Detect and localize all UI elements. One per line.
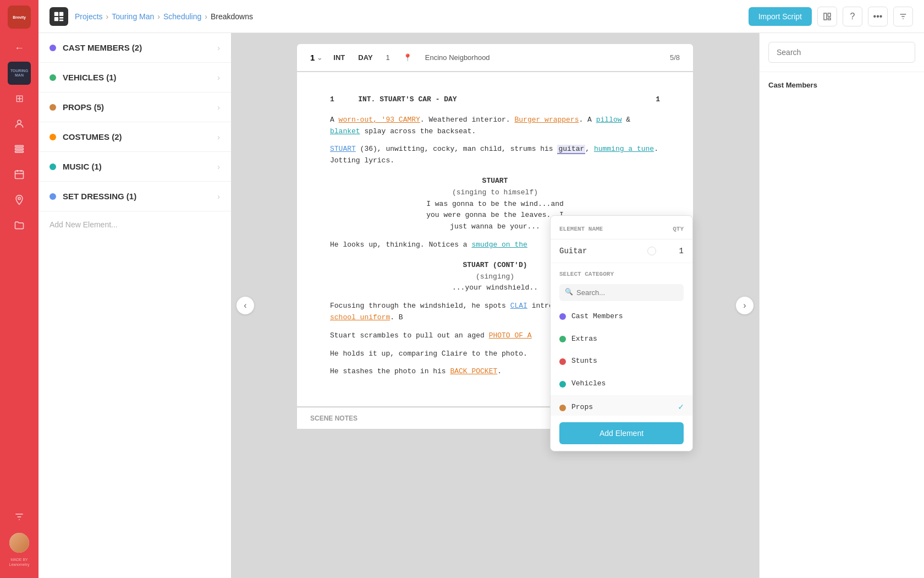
costumes-category[interactable]: COSTUMES (2) ›: [38, 122, 231, 152]
school-uniform-highlight[interactable]: school uniform: [330, 313, 390, 321]
breadcrumb-scheduling[interactable]: Scheduling: [163, 12, 201, 21]
app-logo-button[interactable]: Brevity: [8, 6, 31, 29]
settings-filter-icon[interactable]: [8, 505, 31, 528]
set-dressing-category[interactable]: SET DRESSING (1) ›: [38, 182, 231, 211]
character-name-1: STUART: [330, 176, 660, 187]
popup-list-item-props[interactable]: Props ✓: [551, 395, 692, 416]
scene-location: Encino Neigborhood: [425, 53, 490, 62]
popup-element-row: Guitar 1: [551, 239, 692, 263]
popup-element-name[interactable]: Guitar: [559, 245, 642, 257]
popup-list-item-extras[interactable]: Extras: [551, 328, 692, 351]
scene-number: 1: [310, 53, 315, 62]
more-options-button[interactable]: •••: [868, 7, 888, 26]
stunts-item-dot: [559, 358, 566, 365]
users-icon[interactable]: [8, 112, 31, 135]
svg-rect-13: [59, 19, 63, 21]
project-thumbnail[interactable]: TOURING MAN: [8, 62, 31, 85]
back-nav-icon[interactable]: ←: [8, 36, 31, 59]
import-script-button[interactable]: Import Script: [749, 7, 812, 26]
music-category[interactable]: MUSIC (1) ›: [38, 152, 231, 182]
scene-header: 1 ⌄ INT DAY 1 📍 Encino Neigborhood 5/8: [297, 44, 693, 71]
popup-search-box[interactable]: 🔍: [559, 284, 684, 301]
action-text-1: A worn-out, '93 CAMRY. Weathered interio…: [330, 114, 660, 138]
parenthetical-1: (singing to himself): [330, 187, 660, 199]
svg-rect-12: [59, 17, 63, 18]
vehicles-category[interactable]: VEHICLES (1) ›: [38, 63, 231, 92]
props-category[interactable]: PROPS (5) ›: [38, 92, 231, 122]
app-logo-text: Brevity: [13, 15, 26, 19]
humming-highlight[interactable]: humming a tune: [594, 145, 654, 153]
location-icon[interactable]: [8, 188, 31, 211]
scene-heading-text: INT. STUART'S CAR - DAY: [358, 95, 457, 103]
scene-page-num: 1: [386, 53, 390, 62]
costumes-chevron: ›: [217, 133, 220, 141]
schedule-icon[interactable]: [8, 163, 31, 186]
vehicles-chevron: ›: [217, 73, 220, 82]
back-pocket-highlight[interactable]: BACK POCKET: [450, 367, 497, 375]
props-item-label: Props: [571, 402, 673, 413]
stuart-character-highlight[interactable]: STUART: [330, 145, 356, 153]
props-dot: [50, 104, 56, 111]
popup-element-circle: [647, 247, 656, 255]
music-chevron: ›: [217, 162, 220, 171]
scene-number-badge: 1 ⌄: [310, 53, 322, 62]
next-scene-button[interactable]: ›: [736, 297, 754, 314]
cast-members-category[interactable]: CAST MEMBERS (2) ›: [38, 33, 231, 63]
breadcrumb-touring-man[interactable]: Touring Man: [112, 12, 154, 21]
worn-out-camry-highlight[interactable]: worn-out, '93 CAMRY: [339, 116, 420, 124]
made-by-label: MADE BY Leanometry: [0, 557, 38, 567]
svg-rect-1: [15, 145, 24, 147]
scene-heading: 1 INT. STUART'S CAR - DAY 1: [330, 94, 660, 106]
layout-toggle-button[interactable]: [817, 7, 837, 26]
right-panel-search-input[interactable]: [768, 42, 915, 63]
popup-list-item-stunts[interactable]: Stunts: [551, 350, 692, 373]
add-element-placeholder: Add New Element...: [50, 220, 118, 229]
pillow-highlight[interactable]: pillow: [596, 116, 622, 124]
prev-scene-button[interactable]: ‹: [237, 297, 254, 314]
popup-category-list: Cast Members Extras Stunts: [551, 306, 692, 416]
costumes-dot: [50, 134, 56, 140]
popup-list-item-cast[interactable]: Cast Members: [551, 306, 692, 328]
breadcrumb: Projects › Touring Man › Scheduling › Br…: [75, 12, 253, 21]
props-chevron: ›: [217, 103, 220, 112]
breadcrumb-projects[interactable]: Projects: [75, 12, 103, 21]
project-thumb-text2: MAN: [15, 73, 24, 78]
svg-rect-9: [54, 12, 58, 15]
music-dot: [50, 163, 56, 170]
popup-element-qty: 1: [662, 245, 684, 257]
filter-list-button[interactable]: [893, 7, 913, 26]
top-bar-actions: Import Script ? •••: [749, 7, 913, 26]
app-sidebar: Brevity ← TOURING MAN ⊞: [0, 0, 38, 578]
vehicles-label: VEHICLES (1): [63, 73, 117, 82]
burger-wrappers-highlight[interactable]: Burger wrappers: [514, 116, 579, 124]
add-element-button[interactable]: Add Element: [559, 422, 684, 444]
grid-icon[interactable]: ⊞: [8, 87, 31, 110]
costumes-label: COSTUMES (2): [63, 132, 122, 141]
scene-number-chevron[interactable]: ⌄: [317, 54, 322, 62]
claire-highlight[interactable]: CLAI: [510, 302, 527, 310]
vehicles-dot: [50, 74, 56, 81]
smudge-highlight[interactable]: smudge on the: [471, 241, 527, 249]
popup-header: ELEMENT NAME QTY: [551, 216, 692, 239]
right-panel: Cast Members: [759, 33, 924, 578]
popup-search-input[interactable]: [576, 288, 678, 297]
add-element-input[interactable]: Add New Element...: [38, 211, 231, 238]
folder-icon[interactable]: [8, 214, 31, 237]
top-logo[interactable]: [50, 7, 68, 26]
blanket-highlight[interactable]: blanket: [330, 127, 360, 135]
svg-rect-4: [15, 171, 24, 178]
category-panel: CAST MEMBERS (2) › VEHICLES (1) › PROPS …: [38, 33, 231, 578]
photo-highlight[interactable]: PHOTO OF A: [489, 331, 532, 340]
svg-rect-3: [15, 151, 24, 152]
breakdown-list-icon[interactable]: [8, 138, 31, 161]
extras-item-label: Extras: [571, 334, 684, 345]
set-dressing-chevron: ›: [217, 192, 220, 201]
avatar[interactable]: [9, 533, 29, 553]
breadcrumb-sep3: ›: [205, 12, 207, 21]
help-button[interactable]: ?: [843, 7, 862, 26]
vehicles-item-dot: [559, 381, 566, 388]
element-popup: ELEMENT NAME QTY Guitar 1 SELECT CATEGOR…: [550, 215, 693, 451]
guitar-highlight[interactable]: guitar: [557, 145, 585, 154]
popup-list-item-vehicles[interactable]: Vehicles: [551, 373, 692, 395]
svg-rect-11: [54, 17, 58, 20]
